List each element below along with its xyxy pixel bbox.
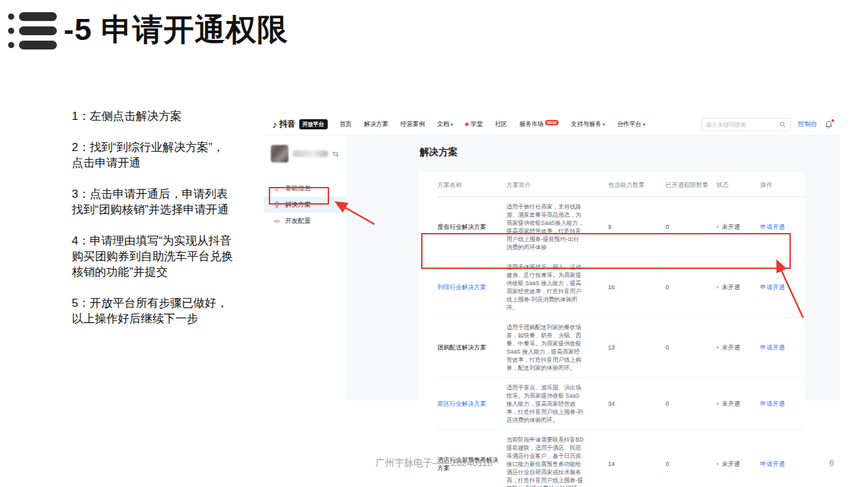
solution-desc: 适用于团购配送到家的餐饮场景，如快餐、奶茶、火锅、西餐、中餐等。为商家提供收银 … (506, 323, 608, 372)
chevron-down-icon: ▾ (451, 122, 454, 127)
sidebar: ⇆ ⌂ 基础信息 解决方案 </> 开发配置 (264, 135, 345, 400)
instructions: 1：左侧点击解决方案 2：找到“到综行业解决方案”，点击申请开通 3：点击申请开… (72, 108, 234, 342)
profile-row: ⇆ (264, 135, 345, 163)
status-dot-icon (716, 286, 719, 289)
opened-count: 0 (666, 224, 716, 230)
solution-desc: 适用于休闲娱乐、丽人、运动健身、足疗按摩等。为商家提供收银 SaaS 接入能力，… (506, 263, 608, 312)
sidebar-item-label: 解决方案 (285, 200, 311, 209)
nav-item-label: 学堂 (471, 120, 483, 129)
ability-count: 34 (608, 400, 666, 407)
ability-count: 9 (608, 224, 666, 230)
sidebar-item-basic-info[interactable]: ⌂ 基础信息 (264, 180, 345, 196)
nav-item-market[interactable]: 服务市场NEW (519, 120, 559, 129)
nav-item-community[interactable]: 社区 (495, 120, 507, 129)
status-badge: 未开通 (716, 283, 760, 292)
nav-item-support[interactable]: 支持与服务▾ (571, 120, 605, 129)
console-link[interactable]: 控制台 (798, 120, 818, 129)
bulb-icon (273, 201, 280, 209)
nav-item-cases[interactable]: 经营案例 (401, 120, 425, 129)
list-icon (8, 9, 57, 49)
top-nav: ♪ 抖音 开放平台 首页 解决方案 经营案例 文档▾ 学堂 社区 服务市场NEW… (264, 114, 840, 135)
status-dot-icon (716, 226, 719, 228)
sidebar-item-solutions[interactable]: 解决方案 (264, 196, 345, 213)
apply-open-link[interactable]: 申请开通 (760, 283, 790, 292)
page-number: 6 (829, 458, 834, 468)
nav-item-home[interactable]: 首页 (340, 120, 352, 129)
brand-badge: 开放平台 (299, 119, 328, 129)
home-icon: ⌂ (273, 185, 280, 192)
notification-dot (831, 119, 834, 122)
solution-name[interactable]: 景区行业解决方案 (437, 400, 506, 408)
instruction-step-1: 1：左侧点击解决方案 (72, 108, 234, 124)
avatar[interactable] (271, 145, 288, 163)
solution-desc: 适用于旅行社商家，支持线路游、酒景套餐等商品形态，为商家提供收银SaaS接入能力… (506, 203, 608, 251)
instruction-step-2: 2：找到“到综行业解决方案”，点击申请开通 (72, 140, 234, 171)
table-header-row: 方案名称 方案简介 包含能力数量 已开通权限数量 状态 操作 (437, 172, 804, 197)
browser-screenshot: ♪ 抖音 开放平台 首页 解决方案 经营案例 文档▾ 学堂 社区 服务市场NEW… (264, 114, 840, 401)
table-row: 到综行业解决方案 适用于休闲娱乐、丽人、运动健身、足疗按摩等。为商家提供收银 S… (437, 257, 804, 318)
douyin-note-icon: ♪ (272, 119, 278, 130)
page-title: 解决方案 (420, 146, 804, 158)
ability-count: 16 (608, 284, 666, 291)
status-badge: 未开通 (716, 343, 760, 352)
status-dot-icon (716, 402, 719, 405)
apply-open-link[interactable]: 申请开通 (760, 343, 790, 352)
table-row: 度假行业解决方案 适用于旅行社商家，支持线路游、酒景套餐等商品形态，为商家提供收… (437, 197, 804, 257)
sidebar-item-dev-config[interactable]: </> 开发配置 (264, 213, 345, 229)
nav-item-solutions[interactable]: 解决方案 (364, 120, 389, 129)
slide: -5 申请开通权限 1：左侧点击解决方案 2：找到“到综行业解决方案”，点击申请… (0, 0, 868, 487)
solution-name[interactable]: 到综行业解决方案 (437, 283, 506, 291)
notification-bell-icon[interactable] (825, 121, 833, 129)
solution-desc: 适用于景点、游乐园、演出场馆等。为商家提供收银 SaaS 接入能力，提高商家经营… (506, 383, 608, 424)
nav-item-docs[interactable]: 文档▾ (437, 120, 454, 129)
col-header: 状态 (716, 181, 760, 190)
opened-count: 0 (666, 400, 716, 407)
hot-icon (465, 123, 469, 126)
col-header: 包含能力数量 (608, 181, 666, 190)
ability-count: 13 (608, 344, 666, 351)
instruction-step-5: 5：开放平台所有步骤已做好，以上操作好后继续下一步 (72, 295, 234, 326)
brand-logo[interactable]: ♪ 抖音 开放平台 (272, 119, 328, 130)
nav-item-partner[interactable]: 合作平台▾ (617, 120, 646, 129)
slide-title: -5 申请开通权限 (64, 12, 288, 47)
nav-right: 控制台 (701, 118, 833, 131)
chevron-down-icon: ▾ (643, 122, 646, 127)
nav-item-label: 支持与服务 (571, 120, 601, 129)
search-icon[interactable] (779, 121, 786, 128)
apply-open-link[interactable]: 申请开通 (760, 223, 790, 232)
status-label: 未开通 (722, 223, 740, 232)
solutions-table: 方案名称 方案简介 包含能力数量 已开通权限数量 状态 操作 度假行业解决方案 … (418, 172, 804, 487)
status-label: 未开通 (722, 343, 740, 352)
sidebar-item-label: 开发配置 (285, 217, 311, 226)
col-header: 方案名称 (437, 181, 506, 190)
slide-header: -5 申请开通权限 (8, 9, 288, 49)
nav-item-label: 服务市场 (519, 120, 544, 129)
status-label: 未开通 (722, 283, 740, 292)
slide-footer: 广州宇脉电子——20240118 (0, 457, 868, 469)
opened-count: 0 (666, 284, 716, 291)
col-header: 方案简介 (506, 181, 608, 190)
col-header: 操作 (760, 181, 790, 190)
solution-name: 度假行业解决方案 (437, 223, 506, 231)
sidebar-menu: ⌂ 基础信息 解决方案 </> 开发配置 (264, 180, 345, 229)
brand-name: 抖音 (280, 119, 296, 130)
table-row: 景区行业解决方案 适用于景点、游乐园、演出场馆等。为商家提供收银 SaaS 接入… (437, 378, 804, 430)
sidebar-item-label: 基础信息 (285, 184, 311, 193)
search-input[interactable] (706, 121, 779, 128)
nav-item-label: 合作平台 (617, 120, 642, 129)
nav-item-school[interactable]: 学堂 (465, 120, 483, 129)
apply-open-link[interactable]: 申请开通 (760, 400, 790, 408)
status-label: 未开通 (722, 400, 740, 408)
instruction-step-4: 4：申请理由填写“为实现从抖音购买团购券到自助洗车平台兑换核销的功能”并提交 (72, 233, 234, 280)
switch-account-icon[interactable]: ⇆ (332, 150, 339, 158)
search-box (701, 118, 791, 131)
new-badge: NEW (545, 120, 559, 125)
main-content: 解决方案 方案名称 方案简介 包含能力数量 已开通权限数量 状态 操作 度假行业… (345, 135, 840, 400)
col-header: 已开通权限数量 (666, 181, 716, 190)
instruction-step-3: 3：点击申请开通后，申请列表找到“团购核销”并选择申请开通 (72, 186, 234, 217)
nav-menu: 首页 解决方案 经营案例 文档▾ 学堂 社区 服务市场NEW 支持与服务▾ 合作… (340, 120, 646, 129)
blurred-username (292, 150, 328, 157)
solution-name: 团购配送解决方案 (437, 343, 506, 352)
status-badge: 未开通 (716, 223, 760, 232)
table-row: 团购配送解决方案 适用于团购配送到家的餐饮场景，如快餐、奶茶、火锅、西餐、中餐等… (437, 318, 804, 378)
